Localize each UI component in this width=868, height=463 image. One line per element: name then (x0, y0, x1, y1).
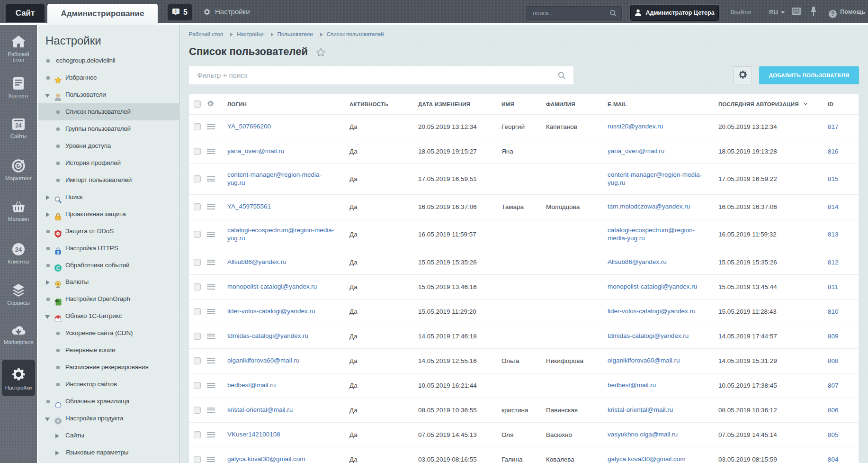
svg-text:24: 24 (15, 122, 22, 129)
svg-text:C: C (56, 265, 60, 271)
svg-text:S: S (57, 251, 59, 254)
svg-text:24: 24 (15, 246, 22, 253)
